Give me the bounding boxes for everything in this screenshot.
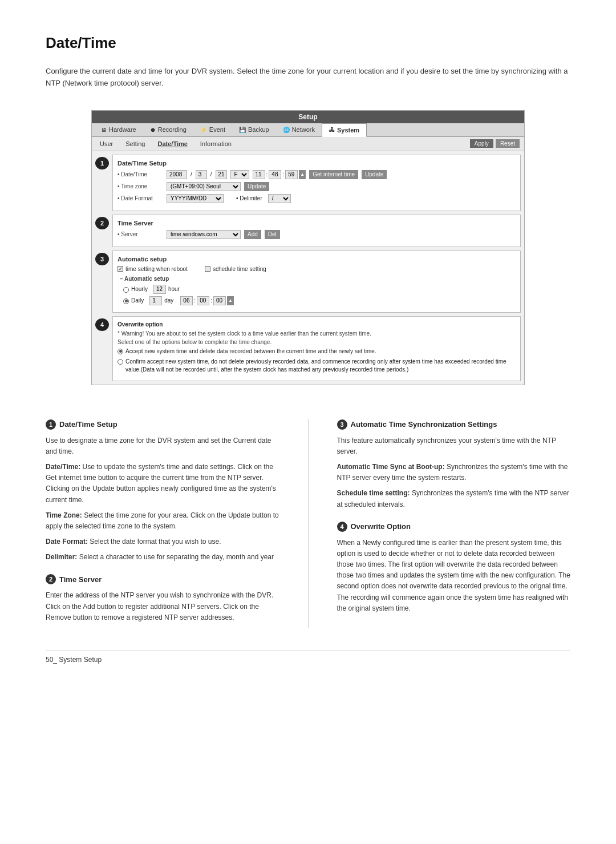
subtab-user[interactable]: User bbox=[96, 139, 116, 148]
tab-event[interactable]: ⚡ Event bbox=[193, 123, 232, 136]
server-add-btn[interactable]: Add bbox=[244, 230, 261, 239]
tab-backup[interactable]: 💾 Backup bbox=[232, 123, 276, 136]
desc-left-col: 1 Date/Time Setup Use to designate a tim… bbox=[46, 419, 279, 628]
hourly-value[interactable] bbox=[153, 285, 166, 294]
datetime-update-btn[interactable]: Update bbox=[362, 170, 387, 179]
description-section: 1 Date/Time Setup Use to designate a tim… bbox=[46, 419, 570, 628]
subtab-datetime[interactable]: Date/Time bbox=[154, 139, 191, 148]
delimiter-select[interactable]: / bbox=[268, 194, 291, 203]
daily-unit: day bbox=[164, 297, 173, 304]
checkbox-reboot[interactable]: time setting when reboot bbox=[117, 266, 188, 272]
server-select[interactable]: time.windows.com bbox=[167, 230, 241, 239]
subtab-setting[interactable]: Setting bbox=[122, 139, 148, 148]
overwrite-wrapper: 4 Overwrite option * Warning! You are ab… bbox=[95, 316, 521, 381]
tab-network[interactable]: 🌐 Network bbox=[276, 123, 322, 136]
desc3-schedule: Schedule time setting: Synchronizes the … bbox=[337, 488, 571, 510]
dow-select[interactable]: F bbox=[230, 170, 249, 179]
hourly-unit: hour bbox=[168, 286, 180, 292]
tab-event-label: Event bbox=[209, 126, 225, 133]
hourly-radio[interactable] bbox=[123, 287, 129, 293]
desc1-body: Use to designate a time zone for the DVR… bbox=[46, 435, 279, 563]
tab-recording[interactable]: ⏺ Recording bbox=[143, 123, 193, 136]
min-input[interactable] bbox=[269, 170, 281, 179]
warning-text: * Warning! You are about to set the syst… bbox=[117, 330, 516, 337]
daily-value[interactable] bbox=[149, 296, 162, 305]
desc-divider bbox=[308, 419, 309, 628]
timezone-select[interactable]: (GMT+09:00) Seoul bbox=[167, 182, 241, 191]
desc1-df-bold: Date Format: bbox=[46, 538, 88, 546]
tab-system[interactable]: 🖧 System bbox=[322, 123, 367, 137]
year-input[interactable] bbox=[167, 170, 187, 179]
daily-row: Daily day : : ▲ bbox=[123, 296, 516, 305]
auto-setup-section: Automatic setup time setting when reboot… bbox=[112, 251, 521, 313]
desc2-title: Time Server bbox=[59, 575, 102, 584]
desc4-heading: 4 Overwrite Option bbox=[337, 522, 571, 532]
get-internet-time-btn[interactable]: Get internet time bbox=[309, 170, 358, 179]
dateformat-select[interactable]: YYYY/MM/DD bbox=[167, 194, 224, 203]
overwrite-option1-text: Accept new system time and delete data r… bbox=[125, 348, 376, 356]
apply-button[interactable]: Apply bbox=[470, 139, 493, 148]
schedule-checkbox[interactable] bbox=[205, 266, 210, 272]
daily-sec[interactable] bbox=[213, 296, 226, 305]
overwrite-radio2[interactable] bbox=[117, 359, 123, 365]
recording-icon: ⏺ bbox=[150, 127, 156, 133]
datetime-setup-section: Date/Time Setup • Date/Time / / F : : bbox=[112, 155, 521, 211]
tab-bar: 🖥 Hardware ⏺ Recording ⚡ Event 💾 Backup … bbox=[92, 123, 524, 137]
hour-input[interactable] bbox=[253, 170, 265, 179]
desc2-heading: 2 Time Server bbox=[46, 574, 279, 584]
desc2-num: 2 bbox=[46, 574, 56, 584]
delimiter-label: • Delimiter bbox=[236, 195, 262, 201]
day-input[interactable] bbox=[216, 170, 227, 179]
desc3-schedule-bold: Schedule time setting: bbox=[337, 489, 410, 497]
network-icon: 🌐 bbox=[283, 127, 290, 133]
desc1-title: Date/Time Setup bbox=[59, 420, 117, 429]
time-up-btn[interactable]: ▲ bbox=[299, 170, 306, 179]
daily-time-btn[interactable]: ▲ bbox=[227, 296, 234, 305]
desc1-dateformat: Date Format: Select the date format that… bbox=[46, 536, 279, 547]
desc4-body: When a Newly configured time is earlier … bbox=[337, 538, 571, 614]
dateformat-label: • Date Format bbox=[117, 195, 163, 201]
footer-text: 50_ System Setup bbox=[46, 656, 102, 664]
desc4-title: Overwrite Option bbox=[351, 522, 411, 531]
timezone-update-btn[interactable]: Update bbox=[244, 182, 269, 191]
datetime-row: • Date/Time / / F : : ▲ Get internet tim bbox=[117, 170, 516, 179]
overwrite-option2: Confirm accept new system time, do not d… bbox=[117, 358, 516, 374]
desc1-num: 1 bbox=[46, 419, 56, 430]
sec-input[interactable] bbox=[285, 170, 298, 179]
daily-radio[interactable] bbox=[123, 298, 129, 304]
overwrite-radio1[interactable] bbox=[117, 349, 123, 354]
tab-system-label: System bbox=[337, 127, 359, 134]
month-input[interactable] bbox=[196, 170, 207, 179]
desc1-datetime-text: Use to update the system's time and date… bbox=[46, 463, 276, 504]
daily-min[interactable] bbox=[197, 296, 209, 305]
overwrite-option2-text: Confirm accept new system time, do not d… bbox=[125, 358, 516, 374]
footer: 50_ System Setup bbox=[46, 651, 570, 664]
overwrite-option1: Accept new system time and delete data r… bbox=[117, 348, 516, 356]
auto-setup-options: time setting when reboot schedule time s… bbox=[117, 266, 516, 272]
hourly-row: Hourly hour bbox=[123, 285, 516, 294]
desc1-heading: 1 Date/Time Setup bbox=[46, 419, 279, 430]
hardware-icon: 🖥 bbox=[101, 127, 107, 133]
time-server-title: Time Server bbox=[117, 220, 516, 227]
server-del-btn[interactable]: Del bbox=[265, 230, 280, 239]
auto-setup-title: Automatic setup bbox=[117, 256, 516, 263]
reboot-checkbox[interactable] bbox=[117, 266, 123, 272]
subtab-information[interactable]: Information bbox=[197, 139, 235, 148]
section3-num-badge: 3 bbox=[95, 253, 109, 265]
desc3-heading: 3 Automatic Time Synchronization Setting… bbox=[337, 419, 571, 430]
checkbox-schedule[interactable]: schedule time setting bbox=[205, 266, 266, 272]
page-title: Date/Time bbox=[46, 34, 570, 52]
reset-button[interactable]: Reset bbox=[496, 139, 520, 148]
tab-network-label: Network bbox=[292, 126, 315, 133]
desc1-datetime-bold: Date/Time: bbox=[46, 463, 80, 471]
section1-num-badge: 1 bbox=[95, 157, 109, 169]
timezone-label: • Time zone bbox=[117, 183, 163, 189]
tab-hardware[interactable]: 🖥 Hardware bbox=[94, 123, 143, 136]
apply-buttons: Apply Reset bbox=[470, 139, 520, 148]
desc1-delim-text: Select a character to use for separating… bbox=[79, 553, 274, 561]
desc3-title: Automatic Time Synchronization Settings bbox=[351, 420, 497, 429]
daily-hour[interactable] bbox=[180, 296, 193, 305]
desc1-df-text: Select the date format that you wish to … bbox=[90, 538, 221, 546]
datetime-setup-title: Date/Time Setup bbox=[117, 160, 516, 167]
hourly-label: Hourly bbox=[131, 286, 148, 292]
